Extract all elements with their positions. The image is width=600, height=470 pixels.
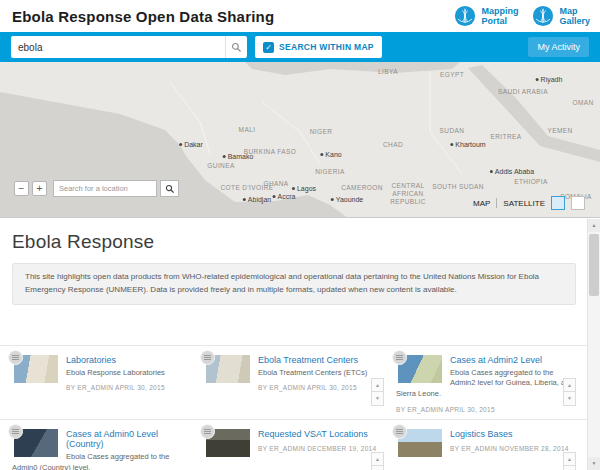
card-thumbnail-wrap — [14, 355, 58, 383]
map-label-city: Dakar — [179, 141, 203, 148]
dataset-card: Logistics Bases BY ER_ADMIN NOVEMBER 28,… — [396, 428, 576, 470]
map-label-country: NIGERIA — [315, 168, 345, 175]
content-type-badge-icon — [392, 350, 407, 365]
card-byline: BY ER_ADMIN APRIL 30, 2015 — [204, 384, 384, 391]
dataset-card: Requested VSAT Locations BY ER_ADMIN DEC… — [204, 428, 384, 470]
content-type-badge-icon — [8, 350, 23, 365]
map-label-country: NIGER — [310, 128, 333, 135]
card-thumbnail-wrap — [206, 355, 250, 383]
scrollbar-thumb[interactable] — [589, 234, 599, 296]
card-mini-scrollbar[interactable]: ▲ ▼ — [371, 452, 384, 470]
dataset-card: Cases at Admin0 Level (Country) Ebola Ca… — [12, 428, 192, 470]
who-logo-icon — [532, 5, 554, 27]
map-controls: − + — [14, 180, 179, 197]
scroll-up-arrow-icon[interactable]: ▲ — [563, 378, 576, 392]
map-label-country: SOUTH SUDAN — [432, 183, 484, 190]
scroll-up-arrow-icon[interactable]: ▲ — [371, 452, 384, 466]
card-thumbnail-wrap — [14, 429, 58, 457]
card-thumbnail-wrap — [398, 355, 442, 383]
card-mini-scrollbar[interactable]: ▲ ▼ — [563, 452, 576, 470]
map-label-country: ERITREA — [491, 133, 522, 140]
location-search-input[interactable] — [53, 180, 157, 197]
map-label-city: Abidjan — [243, 196, 271, 203]
map-canvas[interactable]: LIBYAEGYPTSAUDI ARABIAOMANMALINIGERSUDAN… — [0, 62, 600, 218]
map-label-city: Accra — [273, 193, 296, 200]
scrollbar-down-arrow-icon[interactable]: ▼ — [588, 457, 600, 470]
scroll-down-arrow-icon[interactable]: ▼ — [371, 392, 384, 406]
basemap-map-option[interactable]: MAP — [473, 199, 490, 208]
card-thumbnail-wrap — [206, 429, 250, 457]
map-label-country: ETHIOPIA — [514, 178, 548, 185]
nav-link-label: MappingPortal — [481, 6, 518, 27]
map-label-country: CHAD — [383, 141, 403, 148]
scroll-up-arrow-icon[interactable]: ▲ — [563, 452, 576, 466]
map-gallery-link[interactable]: MapGallery — [532, 5, 590, 27]
card-mini-scrollbar[interactable]: ▲ ▼ — [563, 378, 576, 406]
search-toolbar: ✓ SEARCH WITHIN MAP My Activity — [0, 32, 600, 62]
dataset-card: Laboratories Ebola Response Laboratories… — [12, 354, 192, 414]
card-thumbnail-wrap — [398, 429, 442, 457]
map-label-country: CAMEROON — [341, 184, 382, 191]
map-label-city: Addis Ababa — [490, 168, 534, 175]
checkbox-checked-icon[interactable]: ✓ — [263, 42, 274, 53]
who-logo-icon — [454, 5, 476, 27]
content-area: Ebola Response This site highlights open… — [0, 231, 600, 470]
map-label-city: Riyadh — [536, 76, 563, 83]
card-row-2: Cases at Admin0 Level (Country) Ebola Ca… — [0, 419, 600, 470]
card-mini-scrollbar[interactable]: ▲ ▼ — [371, 378, 384, 406]
dataset-card: Cases at Admin2 Level Ebola Cases aggreg… — [396, 354, 576, 414]
search-icon[interactable] — [225, 36, 247, 58]
basemap-satellite-swatch[interactable] — [571, 196, 585, 210]
scrollbar-up-arrow-icon[interactable]: ▲ — [588, 219, 600, 232]
page-title: Ebola Response — [12, 231, 600, 253]
basemap-divider — [496, 198, 497, 208]
map-label-country: GHANA — [263, 180, 288, 187]
map-label-country: OMAN — [572, 99, 593, 106]
location-search-icon[interactable] — [160, 180, 179, 197]
dataset-card: Ebola Treatment Centers Ebola Treatment … — [204, 354, 384, 414]
map-label-city: Kano — [320, 151, 341, 158]
map-label-country: SUDAN — [440, 127, 465, 134]
search-within-map-label: SEARCH WITHIN MAP — [279, 42, 374, 52]
map-label-city: Yaounde — [331, 196, 364, 203]
page: Ebola Response Open Data Sharing Mapping… — [0, 0, 600, 470]
nav-link-label: MapGallery — [559, 6, 590, 27]
search-within-map-toggle[interactable]: ✓ SEARCH WITHIN MAP — [255, 36, 382, 58]
search-box — [11, 36, 247, 58]
map-label-country: CENTRAL AFRICAN REPUBLIC — [386, 182, 430, 206]
basemap-map-swatch[interactable] — [551, 196, 565, 210]
basemap-satellite-option[interactable]: SATELLITE — [503, 199, 545, 208]
scroll-up-arrow-icon[interactable]: ▲ — [371, 378, 384, 392]
card-byline: BY ER_ADMIN APRIL 30, 2015 — [12, 384, 192, 391]
map-label-city: Bamako — [223, 153, 254, 160]
map-label-country: GUINEA — [207, 162, 234, 169]
dataset-cards: Laboratories Ebola Response Laboratories… — [0, 345, 600, 470]
map-label-country: MALI — [239, 126, 256, 133]
mapping-portal-link[interactable]: MappingPortal — [454, 5, 518, 27]
zoom-out-button[interactable]: − — [14, 181, 29, 196]
basemap-switcher: MAP SATELLITE — [473, 196, 585, 210]
scroll-down-arrow-icon[interactable]: ▼ — [563, 466, 576, 470]
card-byline: BY ER_ADMIN APRIL 30, 2015 — [396, 406, 576, 413]
map-label-country: EGYPT — [440, 71, 464, 78]
search-input[interactable] — [11, 42, 225, 53]
card-row-1: Laboratories Ebola Response Laboratories… — [0, 345, 600, 420]
map-label-country: SAUDI ARABIA — [498, 88, 548, 95]
scroll-down-arrow-icon[interactable]: ▼ — [563, 392, 576, 406]
map-label-country: BURKINA FASO — [244, 148, 296, 155]
page-scrollbar[interactable]: ▲ ▼ — [587, 219, 600, 470]
scroll-down-arrow-icon[interactable]: ▼ — [371, 466, 384, 470]
map-label-city: Khartoum — [450, 141, 485, 148]
app-title: Ebola Response Open Data Sharing — [12, 8, 274, 25]
map-label-country: COTE D'IVOIRE — [220, 184, 273, 191]
map-label-country: LIBYA — [378, 68, 398, 75]
content-type-badge-icon — [200, 350, 215, 365]
my-activity-button[interactable]: My Activity — [528, 37, 589, 57]
map-label-city: Lagos — [292, 185, 316, 192]
app-header: Ebola Response Open Data Sharing Mapping… — [0, 0, 600, 32]
site-description: This site highlights open data products … — [12, 263, 576, 305]
zoom-in-button[interactable]: + — [32, 181, 47, 196]
map-label-country: YEMEN — [547, 127, 572, 134]
